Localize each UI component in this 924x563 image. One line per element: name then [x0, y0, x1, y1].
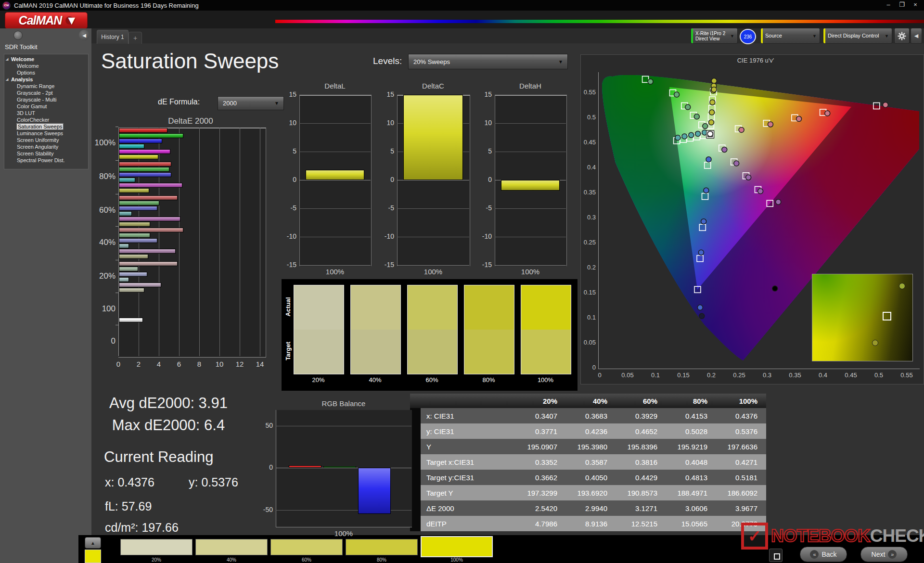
- back-button[interactable]: « Back: [800, 547, 847, 562]
- measured-circle-magenta: [746, 175, 751, 180]
- cie-x-tick: 0.1: [646, 371, 665, 379]
- row-label: y: CIE31: [421, 427, 515, 435]
- sidebar-item-options[interactable]: Options: [4, 69, 88, 76]
- de-formula-dropdown[interactable]: 2000 ▼: [218, 96, 284, 110]
- compare-swatch-100%: [521, 285, 571, 374]
- table-row-y-cie31[interactable]: y: CIE310.37710.42360.46520.50280.5376: [410, 423, 766, 439]
- patch-button-20%[interactable]: [120, 539, 192, 555]
- measured-circle-cyan: [675, 135, 680, 141]
- sidebar-title: SDR Toolkit: [5, 43, 38, 51]
- sidebar-item-spectral-power-dist-[interactable]: Spectral Power Dist.: [4, 157, 88, 164]
- sidebar-item-welcome[interactable]: Welcome: [4, 63, 88, 69]
- table-cell: 0.4048: [665, 458, 715, 466]
- patch-button-40%[interactable]: [195, 539, 268, 555]
- table-row-x-cie31[interactable]: x: CIE310.34070.36830.39290.41530.4376: [410, 408, 766, 423]
- deltae-bar-60%-green: [119, 201, 159, 205]
- sidebar-item-dynamic-range[interactable]: Dynamic Range: [4, 83, 88, 90]
- patch-button-100%[interactable]: [421, 536, 493, 557]
- inset-measured-circle: [872, 340, 878, 346]
- gridline: [299, 152, 371, 152]
- watermark-check: CHECK: [870, 526, 924, 546]
- next-button[interactable]: Next »: [860, 547, 908, 562]
- sidebar-section-welcome[interactable]: ◢Welcome: [4, 56, 88, 63]
- table-cell: 4.7986: [515, 520, 565, 528]
- back-label: Back: [821, 550, 836, 558]
- target-swatch: [294, 330, 344, 374]
- deltae-bar-100%-blue: [119, 139, 162, 143]
- chevron-down-icon: ▼: [558, 59, 567, 64]
- levels-dropdown[interactable]: 20% Sweeps ▼: [408, 54, 568, 69]
- sidebar-item-grayscale-2pt[interactable]: Grayscale - 2pt: [4, 90, 88, 96]
- table-cell: 2.5420: [515, 504, 565, 512]
- meter-mode: Direct View: [695, 36, 719, 41]
- target-row-label: Target: [284, 337, 292, 366]
- minimize-button[interactable]: –: [882, 0, 895, 11]
- settings-button[interactable]: [894, 28, 910, 44]
- add-tab-button[interactable]: +: [128, 32, 142, 44]
- row-label: ΔE 2000: [421, 504, 515, 512]
- screen-mode-button[interactable]: [769, 549, 783, 562]
- table-row-target-y-cie31[interactable]: Target y:CIE310.36620.40500.44290.48130.…: [410, 470, 766, 485]
- measured-circle-extra: [699, 313, 705, 319]
- display-control-dropdown[interactable]: Direct Display Control ▼: [823, 28, 892, 44]
- table-row-deitp[interactable]: dEITP4.79868.913612.521515.056520.3770: [410, 516, 766, 531]
- sidebar-item-luminance-sweeps[interactable]: Luminance Sweeps: [4, 130, 88, 137]
- table-row--e-2000[interactable]: ΔE 20002.54202.99403.12713.06063.9677: [410, 500, 766, 516]
- sidebar-collapse-button[interactable]: ◀: [79, 30, 90, 40]
- table-cell: 3.1271: [615, 504, 665, 512]
- patch-label: 20%: [120, 557, 192, 563]
- y-tick-label: 0: [376, 176, 394, 183]
- sidebar-item-saturation-sweeps[interactable]: Saturation Sweeps: [4, 123, 88, 130]
- y-tick-label: -50: [256, 506, 273, 513]
- tab-history-1[interactable]: History 1: [97, 30, 128, 44]
- sidebar-item-color-gamut[interactable]: Color Gamut: [4, 103, 88, 110]
- collapse-panel-button[interactable]: ◀: [911, 28, 922, 44]
- sidebar-item-3d-lut[interactable]: 3D LUT: [4, 110, 88, 116]
- sidebar-section-analysis[interactable]: ◢Analysis: [4, 76, 88, 83]
- table-row-target-y[interactable]: Target Y197.3299193.6920190.8573188.4971…: [410, 485, 766, 500]
- measured-circle-yellow: [709, 110, 715, 115]
- sidebar-item-screen-uniformity[interactable]: Screen Uniformity: [4, 137, 88, 143]
- sidebar-item-colorchecker[interactable]: ColorChecker: [4, 116, 88, 123]
- workflow-toggle-icon[interactable]: [13, 31, 23, 40]
- y-tick-label: 5: [474, 147, 492, 155]
- reading-fl: fL: 57.69: [105, 499, 152, 513]
- measured-circle-blue: [706, 157, 711, 162]
- close-button[interactable]: ×: [909, 0, 922, 11]
- gridline: [495, 123, 566, 124]
- compare-swatch-label: 20%: [294, 376, 343, 384]
- patch-button-80%[interactable]: [346, 539, 418, 555]
- measured-circle-green: [648, 79, 653, 84]
- compare-swatch-20%: [294, 285, 344, 374]
- x-tick-label: 0: [112, 360, 125, 368]
- patch-strip-expand-button[interactable]: ▲: [85, 537, 101, 549]
- calman-menu-button[interactable]: CalMAN ▼: [5, 12, 88, 29]
- window-icon: [774, 553, 780, 560]
- chevron-down-icon: ▼: [727, 34, 737, 38]
- meter-dropdown[interactable]: X-Rite i1Pro 2 Direct View ▼: [691, 28, 738, 44]
- meter-delay-badge[interactable]: 236: [740, 29, 756, 44]
- measured-circle-blue: [698, 250, 704, 255]
- patch-button-60%[interactable]: [270, 539, 343, 555]
- sidebar-item-screen-stability[interactable]: Screen Stability: [4, 150, 88, 157]
- sidebar-item-screen-angularity[interactable]: Screen Angularity: [4, 143, 88, 150]
- sidebar-item-grayscale-multi[interactable]: Grayscale - Multi: [4, 96, 88, 103]
- source-dropdown[interactable]: Source ▼: [760, 28, 820, 44]
- table-row-y[interactable]: Y195.0907195.3980195.8396195.9219197.663…: [410, 439, 766, 454]
- table-cell: 0.3352: [515, 458, 565, 466]
- table-row-target-x-cie31[interactable]: Target x:CIE310.33520.35870.38160.40480.…: [410, 454, 766, 470]
- table-cell: 12.5215: [615, 520, 665, 528]
- actual-swatch: [408, 285, 457, 330]
- measured-circle-yellow: [709, 120, 714, 125]
- y-tick-label: 0: [474, 176, 492, 183]
- row-label: Target x:CIE31: [421, 458, 515, 466]
- y-tick-label: -5: [376, 204, 394, 212]
- x-tick-label: 8: [192, 360, 206, 368]
- table-cell: 195.8396: [615, 443, 665, 451]
- table-cell: 0.3929: [615, 412, 665, 420]
- cie-x-axis: [598, 369, 920, 369]
- x-tick-label: 2: [132, 360, 145, 368]
- measured-circle-green: [674, 92, 680, 97]
- de-formula-label: dE Formula:: [158, 98, 200, 106]
- maximize-button[interactable]: ❐: [895, 0, 909, 11]
